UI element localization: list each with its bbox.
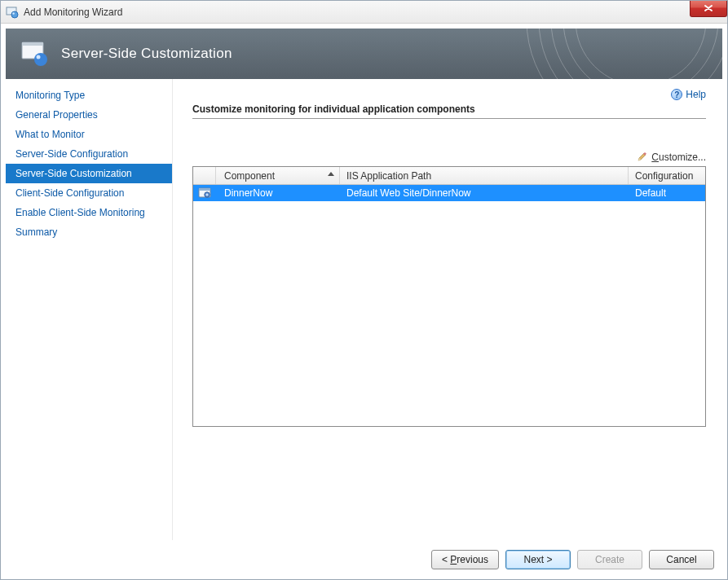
help-label: Help [686,89,706,100]
banner-decoration [518,29,722,79]
cell-component: DinnerNow [216,185,340,201]
customize-label: Customize... [651,152,706,163]
titlebar: Add Monitoring Wizard [1,1,727,24]
svg-rect-14 [199,188,210,191]
banner: Server-Side Customization [6,29,722,79]
sidebar-item-summary[interactable]: Summary [6,222,172,242]
sidebar-item-general-properties[interactable]: General Properties [6,105,172,125]
table-row[interactable]: DinnerNow Default Web Site/DinnerNow Def… [193,185,705,201]
help-icon: ? [671,89,682,100]
svg-point-5 [34,53,47,66]
cell-iis-path: Default Web Site/DinnerNow [340,185,629,201]
customize-link[interactable]: Customize... [637,152,706,163]
section-title: Customize monitoring for individual appl… [192,103,706,119]
sidebar-item-client-side-configuration[interactable]: Client-Side Configuration [6,183,172,203]
column-header-component[interactable]: Component [216,167,340,184]
cell-configuration: Default [629,185,705,201]
previous-button[interactable]: < Previous [431,550,499,569]
svg-point-1 [11,11,18,18]
help-link[interactable]: ? Help [671,89,706,100]
main-panel: ? Help Customize monitoring for individu… [173,79,722,540]
banner-icon [20,39,50,68]
svg-point-7 [576,29,706,79]
sidebar-item-what-to-monitor[interactable]: What to Monitor [6,125,172,144]
sidebar: Monitoring Type General Properties What … [6,79,173,540]
content: Monitoring Type General Properties What … [6,79,722,540]
cancel-button[interactable]: Cancel [649,550,714,569]
pencil-icon [637,152,648,163]
application-icon [198,187,211,200]
close-button[interactable] [690,0,727,17]
sidebar-item-monitoring-type[interactable]: Monitoring Type [6,86,172,105]
table-header: Component IIS Application Path Configura… [193,167,705,185]
column-header-iis-path[interactable]: IIS Application Path [340,167,629,184]
column-header-icon[interactable] [193,167,216,184]
svg-point-2 [12,12,15,15]
create-button: Create [577,550,642,569]
sidebar-item-server-side-customization[interactable]: Server-Side Customization [6,164,172,183]
svg-point-8 [563,29,718,79]
window-title: Add Monitoring Wizard [24,7,122,18]
svg-point-6 [37,55,41,59]
sidebar-item-server-side-configuration[interactable]: Server-Side Configuration [6,144,172,164]
svg-point-9 [551,29,722,79]
sidebar-item-enable-client-side-monitoring[interactable]: Enable Client-Side Monitoring [6,203,172,222]
close-icon [704,4,713,12]
svg-point-10 [539,29,722,79]
column-header-configuration[interactable]: Configuration [629,167,705,184]
sort-ascending-icon [328,172,334,176]
app-icon [6,6,19,19]
footer: < Previous Next > Create Cancel [1,540,727,579]
components-table: Component IIS Application Path Configura… [192,166,706,427]
svg-point-11 [527,29,722,79]
next-button[interactable]: Next > [505,550,571,569]
svg-rect-4 [22,42,43,46]
banner-title: Server-Side Customization [61,46,232,62]
column-header-component-label: Component [224,170,275,182]
